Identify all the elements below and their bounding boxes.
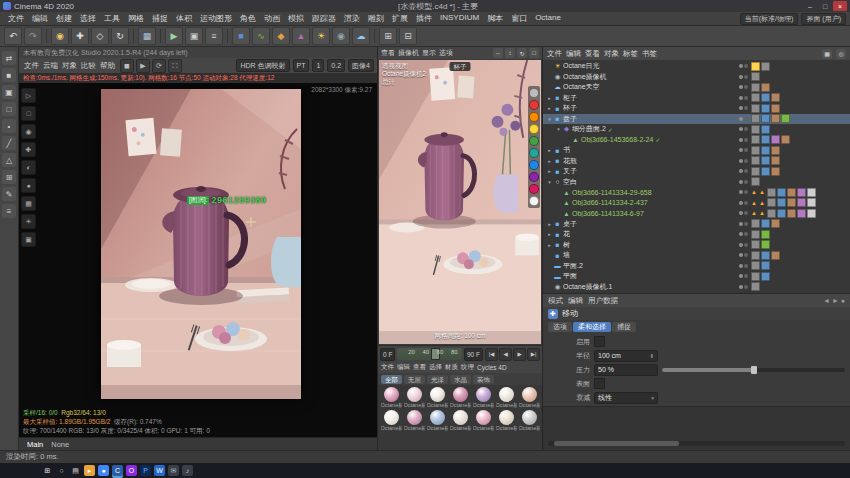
material-item[interactable]: Octane材质	[518, 410, 540, 432]
expand-arrow-icon[interactable]: ▾	[546, 179, 553, 185]
visibility-dot-bottom[interactable]	[744, 85, 748, 89]
tag-icon[interactable]	[751, 167, 760, 176]
menu-item-选择[interactable]: 选择	[76, 13, 100, 24]
menu-item-文件[interactable]: 文件	[4, 13, 28, 24]
visibility-dot-top[interactable]	[739, 117, 743, 121]
spin2-field[interactable]: 0.2	[327, 59, 345, 72]
toolbar-icon[interactable]: ✚	[71, 27, 89, 45]
visibility-dot-top[interactable]	[739, 169, 743, 173]
timeline-end-field[interactable]: 90 F	[464, 348, 483, 361]
enabled-check-icon[interactable]: ✓	[655, 136, 660, 143]
om-menu-查看[interactable]: 查看	[585, 49, 600, 59]
tag-icon[interactable]	[751, 282, 760, 291]
menu-item-创建[interactable]: 创建	[52, 13, 76, 24]
octane-pick-tool-icon[interactable]: ◉	[21, 124, 36, 139]
tag-icon[interactable]	[751, 135, 760, 144]
visibility-dots[interactable]	[739, 243, 748, 247]
visibility-dots[interactable]	[739, 117, 748, 121]
octane-menu-云端[interactable]: 云端	[41, 61, 60, 71]
horizontal-scrollbar[interactable]	[548, 441, 845, 446]
tag-icon[interactable]	[761, 146, 770, 155]
material-tab-光泽[interactable]: 光泽	[427, 375, 448, 384]
material-tab-装饰[interactable]: 装饰	[473, 375, 494, 384]
viewport-menu-显示[interactable]: 显示	[422, 48, 436, 58]
tag-icon[interactable]	[751, 83, 760, 92]
material-sphere[interactable]	[430, 410, 445, 425]
toolbar-icon[interactable]: ◇	[91, 27, 109, 45]
visibility-dot-bottom[interactable]	[744, 64, 748, 68]
material-menu-选择[interactable]: 选择	[429, 363, 442, 372]
tab-main[interactable]: Main	[27, 440, 43, 449]
mode-tool-icon[interactable]: ⇄	[2, 51, 16, 65]
tag-icon[interactable]	[761, 135, 770, 144]
visibility-dots[interactable]	[739, 127, 748, 131]
octane-pick-tool-icon[interactable]: ▷	[21, 88, 36, 103]
menu-item-渲染[interactable]: 渲染	[340, 13, 364, 24]
solo-color-button[interactable]	[529, 112, 539, 122]
toolbar-icon[interactable]: ↷	[24, 27, 42, 45]
taskbar-icon[interactable]: ♪	[182, 465, 193, 476]
tag-icon[interactable]	[751, 114, 760, 123]
material-item[interactable]: Octane材质	[449, 410, 471, 432]
visibility-dot-top[interactable]	[739, 190, 743, 194]
octane-pick-tool-icon[interactable]: ✚	[21, 142, 36, 157]
tag-icon[interactable]	[797, 198, 806, 207]
material-item[interactable]: Octane材质	[380, 410, 402, 432]
tag-icon[interactable]	[751, 72, 760, 81]
visibility-dot-bottom[interactable]	[744, 106, 748, 110]
menu-item-模拟[interactable]: 模拟	[284, 13, 308, 24]
object-row-桌子[interactable]: ▸■桌子	[543, 219, 850, 230]
object-row-Octane摄像机.1[interactable]: ◉Octane摄像机.1	[543, 282, 850, 293]
layout-dropdown[interactable]: 界面 (用户)	[801, 13, 846, 25]
visibility-dot-bottom[interactable]	[744, 211, 748, 215]
visibility-dot-top[interactable]	[739, 285, 743, 289]
visibility-dot-top[interactable]	[739, 64, 743, 68]
toolbar-icon[interactable]: ▦	[138, 27, 156, 45]
solo-color-button[interactable]	[529, 196, 539, 206]
attribute-tab-用户数据[interactable]: 用户数据	[588, 296, 618, 306]
tag-icon[interactable]	[771, 93, 780, 102]
visibility-dot-bottom[interactable]	[744, 222, 748, 226]
solo-color-button[interactable]	[529, 148, 539, 158]
object-row-杯子[interactable]: ▸■杯子	[543, 103, 850, 114]
material-sphere[interactable]	[499, 410, 514, 425]
visibility-dots[interactable]	[739, 85, 748, 89]
material-sphere[interactable]	[522, 410, 537, 425]
attribute-tab-模式[interactable]: 模式	[548, 296, 563, 306]
toolbar-icon[interactable]: ◆	[272, 27, 290, 45]
visibility-dot-bottom[interactable]	[744, 117, 748, 121]
tag-icon[interactable]	[751, 177, 760, 186]
object-row-盘子[interactable]: ▾■盘子	[543, 114, 850, 125]
octane-render-area[interactable]: ▷□◉✚◐●▦☀▣	[19, 83, 377, 437]
menu-item-Octane[interactable]: Octane	[531, 13, 565, 24]
material-item[interactable]: Octane材质	[518, 387, 540, 409]
viewport-object-dropdown[interactable]: 杯子	[450, 62, 471, 71]
timeline-ruler[interactable]: 20406080	[397, 348, 462, 360]
toolbar-icon[interactable]: ◉	[51, 27, 69, 45]
menu-item-扩展[interactable]: 扩展	[388, 13, 412, 24]
solo-color-button[interactable]	[529, 100, 539, 110]
mode-tool-icon[interactable]: ⊞	[2, 170, 16, 184]
tag-icon[interactable]	[751, 251, 760, 260]
octane-toolbar-icon[interactable]: ⟳	[152, 59, 166, 73]
solo-color-button[interactable]	[529, 184, 539, 194]
menu-item-运动图形[interactable]: 运动图形	[196, 13, 236, 24]
toolbar-icon[interactable]: ⊟	[399, 27, 417, 45]
toolbar-icon[interactable]: ⊞	[379, 27, 397, 45]
expand-arrow-icon[interactable]: ▸	[546, 147, 553, 153]
toolbar-icon[interactable]: ☀	[312, 27, 330, 45]
kernel-dropdown[interactable]: PT	[293, 59, 310, 72]
tag-icon[interactable]	[751, 93, 760, 102]
material-tab-全部[interactable]: 全部	[381, 375, 402, 384]
visibility-dots[interactable]	[739, 222, 748, 226]
tag-icon[interactable]	[761, 272, 770, 281]
tag-icon[interactable]	[771, 219, 780, 228]
object-row-平面[interactable]: ▬平面	[543, 271, 850, 282]
mode-tool-icon[interactable]: ▣	[2, 85, 16, 99]
object-row-Obj3d66-1141334-29-658[interactable]: ▲Obj3d66-1141334-29-658▲▲	[543, 187, 850, 198]
attribute-stepper[interactable]: 100 cm⬍	[594, 350, 658, 362]
visibility-dot-bottom[interactable]	[744, 169, 748, 173]
tonemap-dropdown[interactable]: HDR 色调映射	[236, 59, 289, 72]
visibility-dot-top[interactable]	[739, 243, 743, 247]
object-row-Octane摄像机[interactable]: ◉Octane摄像机	[543, 72, 850, 83]
